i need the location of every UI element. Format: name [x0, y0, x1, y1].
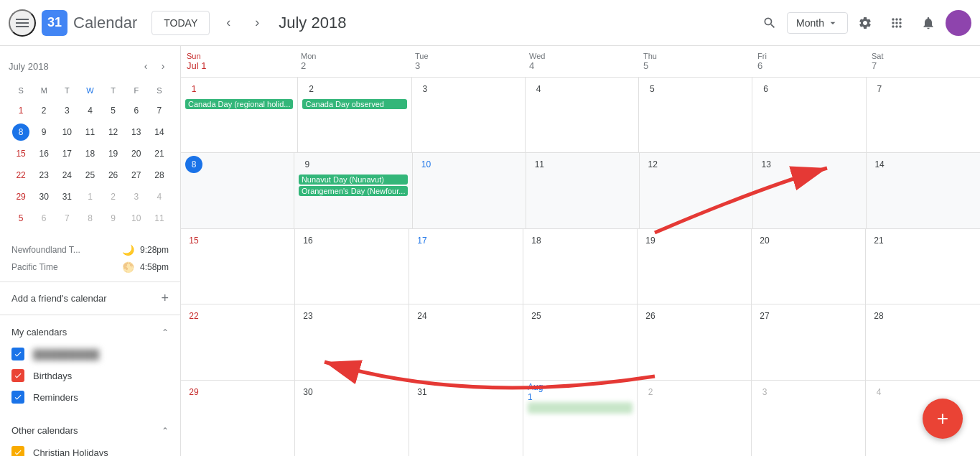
mini-cal-day[interactable]: 8 [10, 122, 32, 142]
day-cell[interactable]: 12 [640, 153, 753, 228]
mini-cal-day[interactable]: 20 [126, 144, 147, 164]
mini-cal-day[interactable]: 9 [103, 208, 124, 228]
day-cell[interactable]: 4 [526, 78, 639, 152]
day-cell[interactable]: 3 [412, 78, 526, 152]
day-cell[interactable]: 30 [295, 381, 409, 456]
mini-cal-day[interactable]: 1 [10, 101, 32, 121]
day-cell[interactable]: 2 Canada Day observed [298, 78, 411, 152]
mini-cal-day[interactable]: 25 [79, 165, 101, 185]
mini-cal-day[interactable]: 28 [149, 165, 170, 185]
mini-cal-day[interactable]: 17 [56, 144, 78, 164]
apps-button[interactable] [882, 9, 911, 37]
day-cell[interactable]: 26 [638, 304, 752, 379]
mini-cal-day[interactable]: 4 [149, 187, 170, 207]
search-button[interactable] [755, 9, 784, 37]
day-cell[interactable]: 25 [523, 304, 638, 379]
next-month-button[interactable]: › [244, 10, 270, 36]
mini-cal-day[interactable]: 5 [103, 101, 124, 121]
mini-cal-day[interactable]: 2 [103, 187, 124, 207]
app-logo[interactable]: 31 Calendar [42, 10, 137, 36]
event-chip[interactable]: Canada Day observed [302, 99, 406, 109]
add-friend-calendar[interactable]: Add a friend's calendar + [0, 282, 180, 315]
mini-cal-next[interactable]: › [154, 57, 172, 75]
event-chip-nunavut[interactable]: Nunavut Day (Nunavut) [299, 175, 409, 185]
event-chip[interactable]: Canada Day (regional holid... [185, 99, 293, 109]
day-cell[interactable]: 2 [638, 381, 752, 456]
day-cell[interactable]: 21 [866, 229, 980, 304]
day-cell-aug1[interactable]: Aug 1 [523, 381, 638, 456]
day-cell[interactable]: 3 [752, 381, 866, 456]
day-cell[interactable]: 11 [526, 153, 640, 228]
day-cell[interactable]: 28 [866, 304, 980, 379]
mini-cal-day[interactable]: 29 [10, 187, 32, 207]
user-avatar[interactable] [946, 10, 971, 36]
mini-cal-day[interactable]: 9 [33, 122, 55, 142]
event-chip-orangemen[interactable]: Orangemen's Day (Newfour... [299, 186, 409, 196]
day-cell[interactable]: 17 [409, 229, 523, 304]
day-cell[interactable]: 10 [413, 153, 526, 228]
mini-cal-day[interactable]: 23 [33, 165, 55, 185]
mini-cal-day[interactable]: 1 [79, 187, 101, 207]
settings-button[interactable] [851, 9, 879, 37]
mini-cal-day[interactable]: 24 [56, 165, 78, 185]
day-cell[interactable]: 5 [639, 78, 752, 152]
mini-cal-day[interactable]: 5 [10, 208, 32, 228]
day-cell[interactable]: 16 [295, 229, 409, 304]
mini-cal-day[interactable]: 3 [126, 187, 147, 207]
day-cell[interactable]: 20 [752, 229, 866, 304]
mini-cal-day[interactable]: 12 [103, 122, 124, 142]
mini-cal-day[interactable]: 11 [79, 122, 101, 142]
event-chip-blurred[interactable] [528, 402, 633, 414]
mini-cal-day[interactable]: 7 [56, 208, 78, 228]
day-cell[interactable]: 27 [752, 304, 866, 379]
prev-month-button[interactable]: ‹ [215, 10, 241, 36]
day-cell[interactable]: 7 [867, 78, 980, 152]
day-cell[interactable]: 19 [638, 229, 752, 304]
notifications-button[interactable] [914, 9, 943, 37]
hamburger-menu[interactable] [9, 9, 36, 37]
day-cell[interactable]: 31 [409, 381, 523, 456]
mini-cal-day[interactable]: 30 [33, 187, 55, 207]
mini-cal-day[interactable]: 18 [79, 144, 101, 164]
mini-cal-day[interactable]: 8 [79, 208, 101, 228]
day-cell[interactable]: 6 [752, 78, 866, 152]
mini-cal-day[interactable]: 31 [56, 187, 78, 207]
day-cell[interactable]: 1 Canada Day (regional holid... [181, 78, 298, 152]
mini-cal-day[interactable]: 11 [149, 208, 170, 228]
mini-cal-day[interactable]: 10 [126, 208, 147, 228]
mini-cal-day[interactable]: 6 [126, 101, 147, 121]
other-calendars-header[interactable]: Other calendars ⌃ [0, 419, 180, 442]
day-cell[interactable]: 29 [181, 381, 295, 456]
mini-cal-day[interactable]: 22 [10, 165, 32, 185]
mini-cal-day[interactable]: 7 [149, 101, 170, 121]
mini-cal-day[interactable]: 6 [33, 208, 55, 228]
mini-cal-day[interactable]: 16 [33, 144, 55, 164]
day-cell[interactable]: 15 [181, 229, 295, 304]
mini-cal-day[interactable]: 13 [126, 122, 147, 142]
day-cell[interactable]: 13 [753, 153, 867, 228]
day-cell[interactable]: 22 [181, 304, 295, 379]
mini-cal-day[interactable]: 2 [33, 101, 55, 121]
mini-cal-day[interactable]: 15 [10, 144, 32, 164]
day-cell[interactable]: 9 Nunavut Day (Nunavut) Orangemen's Day … [294, 153, 414, 228]
calendar-item-christian[interactable]: Christian Holidays [0, 442, 180, 456]
mini-cal-day[interactable]: 3 [56, 101, 78, 121]
calendar-item-birthdays[interactable]: Birthdays [0, 365, 180, 386]
mini-cal-day[interactable]: 4 [79, 101, 101, 121]
calendar-item-personal[interactable]: ██████████ [0, 343, 180, 365]
mini-cal-day[interactable]: 14 [149, 122, 170, 142]
day-cell[interactable]: 18 [523, 229, 638, 304]
my-calendars-header[interactable]: My calendars ⌃ [0, 321, 180, 343]
mini-cal-day[interactable]: 10 [56, 122, 78, 142]
today-button[interactable]: TODAY [151, 11, 210, 35]
mini-cal-day[interactable]: 27 [126, 165, 147, 185]
mini-cal-day[interactable]: 21 [149, 144, 170, 164]
mini-cal-day[interactable]: 26 [103, 165, 124, 185]
mini-cal-day[interactable]: 19 [103, 144, 124, 164]
mini-cal-prev[interactable]: ‹ [137, 57, 154, 75]
day-cell[interactable]: 23 [295, 304, 409, 379]
view-selector[interactable]: Month [787, 12, 848, 34]
day-cell-today[interactable]: 8 [181, 153, 294, 228]
calendar-item-reminders[interactable]: Reminders [0, 386, 180, 408]
create-event-button[interactable]: + [923, 399, 963, 439]
